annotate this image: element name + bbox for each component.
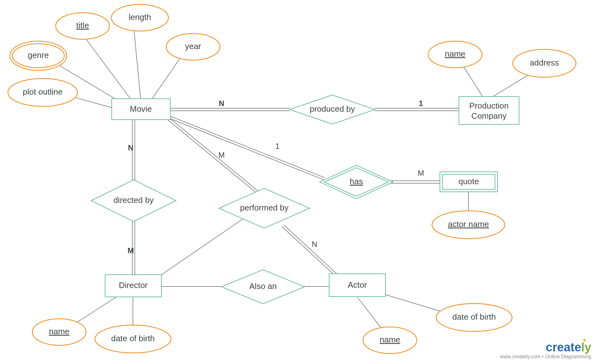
svg-text:length: length	[129, 12, 151, 22]
card-movie-performed-M: M	[218, 151, 225, 159]
svg-text:creately: creately	[546, 341, 591, 354]
line-actor-name	[358, 298, 385, 332]
attr-actor-name: name	[363, 327, 417, 354]
line-movie-performed-a	[170, 118, 259, 191]
rel-has: has	[320, 165, 393, 199]
attr-length: length	[111, 4, 168, 31]
watermark: creately www.creately.com • Online Diagr…	[500, 339, 591, 359]
line-performed-director	[161, 218, 244, 275]
svg-text:Actor: Actor	[348, 280, 367, 290]
svg-text:www.creately.com • Online Diag: www.creately.com • Online Diagramming	[500, 354, 591, 359]
svg-text:directed by: directed by	[113, 195, 153, 205]
line-year-movie	[150, 55, 182, 101]
attr-title: title	[56, 13, 110, 39]
entity-director: Director	[105, 275, 161, 297]
svg-text:name: name	[379, 335, 400, 344]
line-performed-actor-a	[284, 225, 337, 274]
svg-text:performed by: performed by	[240, 203, 288, 212]
line-length-movie	[134, 28, 141, 101]
svg-text:produced by: produced by	[310, 104, 355, 114]
entity-quote: quote	[440, 172, 498, 192]
svg-text:genre: genre	[28, 50, 49, 60]
entity-movie: Movie	[112, 99, 170, 120]
svg-text:plot outline: plot outline	[23, 87, 63, 97]
attr-director-name: name	[32, 319, 86, 345]
attr-actor-dob: date of birth	[436, 304, 512, 331]
card-has-quote-M: M	[418, 169, 424, 177]
svg-text:address: address	[530, 58, 559, 67]
rel-also-an: Also an	[222, 270, 304, 304]
entity-actor: Actor	[329, 274, 385, 297]
card-directed-director-M: M	[128, 246, 134, 255]
line-director-name	[71, 298, 116, 326]
line-performed-actor-b	[282, 227, 335, 275]
svg-text:Production: Production	[469, 101, 509, 110]
svg-text:date of birth: date of birth	[452, 312, 496, 322]
attr-year: year	[166, 34, 220, 60]
svg-text:actor name: actor name	[448, 219, 489, 229]
svg-text:title: title	[76, 21, 89, 30]
attr-genre: genre	[10, 41, 67, 70]
line-movie-performed-b	[168, 120, 257, 193]
svg-text:Movie: Movie	[130, 104, 152, 114]
rel-directed-by: directed by	[91, 180, 176, 222]
svg-text:name: name	[445, 49, 465, 59]
svg-text:Company: Company	[471, 111, 506, 121]
card-movie-producedby-N: N	[219, 99, 224, 108]
card-movie-has-1: 1	[275, 142, 279, 150]
rel-produced-by: produced by	[290, 95, 375, 124]
card-performed-actor-N: N	[312, 240, 317, 248]
svg-text:has: has	[350, 177, 363, 186]
svg-text:quote: quote	[458, 177, 479, 186]
card-producedby-pc-1: 1	[419, 99, 423, 108]
entity-production-company: Production Company	[459, 97, 519, 124]
svg-text:year: year	[185, 41, 201, 51]
line-movie-has-b	[170, 118, 324, 180]
line-movie-has-a	[170, 116, 324, 178]
attr-plot-outline: plot outline	[8, 78, 78, 106]
attr-pc-name: name	[428, 41, 482, 68]
svg-text:Director: Director	[119, 280, 147, 290]
svg-text:date of birth: date of birth	[111, 334, 154, 343]
line-title-movie	[83, 35, 132, 101]
svg-text:name: name	[49, 327, 69, 336]
rel-performed-by: performed by	[219, 188, 310, 228]
attr-quote-actor-name: actor name	[432, 211, 505, 239]
attr-pc-address: address	[513, 49, 576, 77]
card-movie-directed-N: N	[128, 143, 133, 152]
attr-director-dob: date of birth	[95, 325, 171, 353]
svg-text:Also an: Also an	[249, 281, 277, 291]
lightbulb-icon	[583, 339, 586, 342]
